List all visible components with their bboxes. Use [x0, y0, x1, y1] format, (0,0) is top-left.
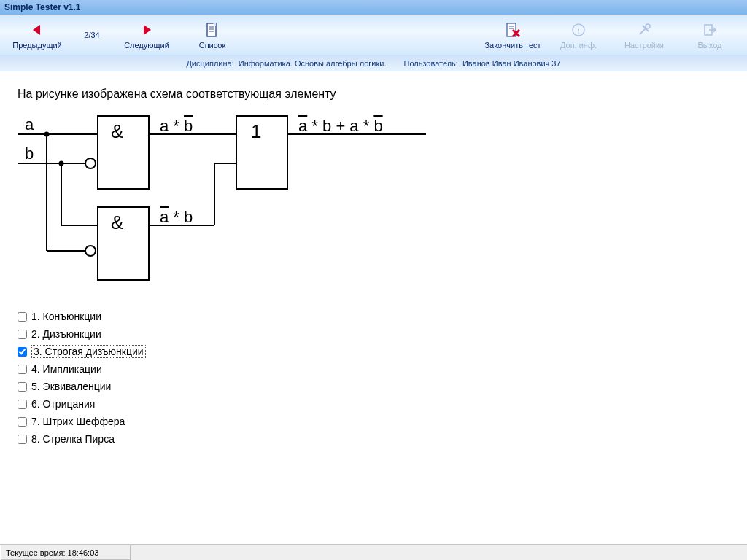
answer-label: 2. Дизъюнкции — [31, 328, 101, 340]
exit-button: Выход — [677, 16, 743, 54]
answer-option[interactable]: 6. Отрицания — [18, 395, 729, 413]
status-bar: Текущее время: 18:46:03 — [0, 544, 747, 560]
answer-option[interactable]: 5. Эквиваленции — [18, 378, 729, 395]
diagram-input-b: b — [25, 144, 34, 163]
document-icon — [205, 20, 220, 39]
answer-option[interactable]: 2. Дизъюнкции — [18, 325, 729, 343]
diagram-final: a * b + a * b — [298, 117, 383, 136]
list-button[interactable]: Список — [179, 16, 245, 54]
answer-checkbox[interactable] — [18, 400, 27, 409]
diagram-gate-and1: & — [111, 120, 123, 142]
answer-option[interactable]: 1. Конъюнкции — [18, 308, 729, 325]
prev-button[interactable]: Предыдущий — [4, 16, 70, 54]
answer-label: 1. Конъюнкции — [31, 311, 101, 322]
answer-option[interactable]: 7. Штрих Шеффера — [18, 413, 729, 430]
diagram-out1: a * b — [160, 117, 193, 136]
answer-checkbox[interactable] — [18, 312, 27, 322]
answer-checkbox[interactable] — [18, 435, 27, 444]
svg-text:i: i — [577, 25, 580, 36]
title-text: Simple Tester v1.1 — [4, 2, 81, 12]
diagram-gate-and2: & — [111, 211, 123, 233]
svg-marker-0 — [33, 25, 40, 35]
user-label: Пользователь: — [403, 59, 457, 68]
answer-label: 4. Импликации — [31, 363, 102, 375]
svg-marker-1 — [144, 25, 151, 35]
tools-icon — [637, 20, 651, 39]
svg-rect-2 — [207, 23, 216, 36]
status-time: Текущее время: 18:46:03 — [0, 545, 131, 560]
discipline-value: Информатика. Основы алгебры логики. — [239, 59, 387, 68]
user-value: Иванов Иван Иванович 37 — [462, 59, 561, 68]
discipline-label: Дисциплина: — [186, 59, 233, 68]
question-counter: 2/34 — [70, 31, 114, 39]
question-text: На рисунке изображена схема соответствую… — [18, 88, 729, 101]
answer-option[interactable]: 4. Импликации — [18, 360, 729, 378]
svg-point-12 — [646, 24, 650, 28]
info-bar: Дисциплина: Информатика. Основы алгебры … — [0, 55, 747, 71]
answer-checkbox[interactable] — [18, 347, 27, 357]
answer-label: 6. Отрицания — [31, 398, 95, 410]
svg-point-23 — [85, 158, 96, 168]
answer-checkbox[interactable] — [18, 382, 27, 392]
exit-icon — [703, 20, 717, 39]
answer-label: 3. Строгая дизъюнкции — [31, 345, 146, 358]
title-bar: Simple Tester v1.1 — [0, 0, 747, 15]
stop-icon — [505, 20, 521, 39]
diagram-gate-or: 1 — [251, 120, 261, 142]
svg-rect-32 — [236, 116, 287, 189]
answers-list: 1. Конъюнкции2. Дизъюнкции3. Строгая диз… — [18, 308, 729, 448]
logic-diagram: a b & & — [18, 112, 499, 295]
toolbar: Предыдущий 2/34 Следующий Список Закончи… — [0, 15, 747, 55]
content-area: На рисунке изображена схема соответствую… — [0, 71, 747, 544]
diagram-input-a: a — [25, 115, 34, 133]
answer-option[interactable]: 3. Строгая дизъюнкции — [18, 343, 729, 360]
info-button: i Доп. инф. — [546, 16, 611, 54]
settings-button: Настройки — [611, 16, 677, 54]
finish-button[interactable]: Закончить тест — [480, 16, 546, 54]
arrow-left-icon — [31, 20, 44, 39]
answer-checkbox[interactable] — [18, 330, 27, 339]
answer-label: 7. Штрих Шеффера — [31, 416, 125, 427]
app-window: Simple Tester v1.1 Предыдущий 2/34 Следу… — [0, 0, 747, 560]
answer-checkbox[interactable] — [18, 365, 27, 374]
answer-checkbox[interactable] — [18, 417, 27, 427]
diagram-out2: a * b — [160, 208, 193, 227]
answer-label: 8. Стрелка Пирса — [31, 433, 115, 445]
answer-option[interactable]: 8. Стрелка Пирса — [18, 430, 729, 448]
answer-label: 5. Эквиваленции — [31, 381, 111, 392]
svg-point-26 — [85, 246, 96, 256]
next-button[interactable]: Следующий — [114, 16, 179, 54]
arrow-right-icon — [140, 20, 153, 39]
info-icon: i — [571, 20, 586, 39]
